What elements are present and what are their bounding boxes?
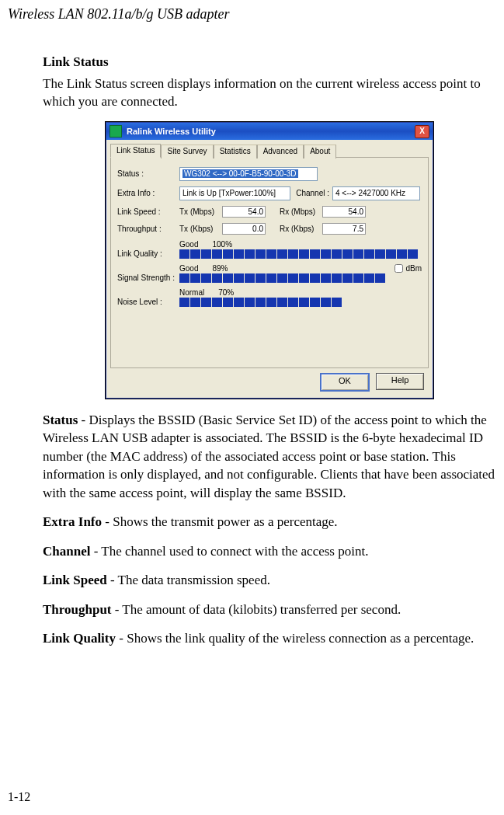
app-icon <box>109 125 122 138</box>
tx-mbps-value: 54.0 <box>222 206 266 218</box>
rx-kbps-value: 7.5 <box>322 223 366 235</box>
page-content: Link Status The Link Status screen displ… <box>43 54 496 658</box>
tx-mbps-label: Tx (Mbps) <box>179 207 222 216</box>
tab-site-survey[interactable]: Site Survey <box>161 145 213 158</box>
signal-strength-bar <box>179 273 418 283</box>
tx-kbps-label: Tx (Kbps) <box>179 225 222 233</box>
status-field[interactable]: WG302 <--> 00-0F-B5-90-00-3D <box>179 167 318 181</box>
page-number: 1-12 <box>8 790 30 804</box>
channel-field[interactable]: 4 <--> 2427000 KHz <box>332 186 420 200</box>
close-icon[interactable]: X <box>415 125 429 138</box>
extra-info-field[interactable]: Link is Up [TxPower:100%] <box>179 186 290 200</box>
page-header: Wireless LAN 802.11a/b/g USB adapter <box>8 6 230 23</box>
tx-kbps-value: 0.0 <box>222 223 266 235</box>
lq-pct: 100% <box>212 240 232 249</box>
link-status-panel: Status : WG302 <--> 00-0F-B5-90-00-3D Ex… <box>110 158 429 368</box>
window-body: Link Status Site Survey Statistics Advan… <box>106 140 433 398</box>
channel-label: Channel : <box>290 189 329 197</box>
tab-advanced[interactable]: Advanced <box>257 145 304 158</box>
def-status: Status - Displays the BSSID (Basic Servi… <box>43 411 496 502</box>
ss-pct: 89% <box>212 264 228 273</box>
status-label: Status : <box>117 169 179 178</box>
link-quality-bar <box>179 249 418 259</box>
tab-statistics[interactable]: Statistics <box>214 145 257 158</box>
button-row: OK Help <box>110 368 429 392</box>
def-link-speed: Link Speed - The data transmission speed… <box>43 571 496 589</box>
def-channel: Channel - The channel used to connect wi… <box>43 542 496 560</box>
extra-info-label: Extra Info : <box>117 189 179 197</box>
utility-window: Ralink Wireless Utility X Link Status Si… <box>106 122 433 399</box>
noise-level-bar <box>179 298 418 307</box>
section-title: Link Status <box>43 54 496 70</box>
def-throughput: Throughput - The amount of data (kilobit… <box>43 601 496 618</box>
help-button[interactable]: Help <box>376 373 424 390</box>
status-value: WG302 <--> 00-0F-B5-90-00-3D <box>182 169 298 178</box>
throughput-label: Throughput : <box>117 225 179 233</box>
rx-mbps-label: Rx (Mbps) <box>280 207 322 216</box>
noise-level-label: Noise Level : <box>117 298 179 306</box>
noise-pct: 70% <box>218 288 234 297</box>
window-title: Ralink Wireless Utility <box>127 127 216 136</box>
def-link-quality: Link Quality - Shows the link quality of… <box>43 629 496 647</box>
signal-strength-label: Signal Strength : <box>117 273 179 282</box>
intro-paragraph: The Link Status screen displays informat… <box>43 75 496 111</box>
dbm-checkbox[interactable] <box>395 264 403 273</box>
rx-mbps-value: 54.0 <box>322 206 366 218</box>
lq-status: Good <box>179 240 198 249</box>
tab-about[interactable]: About <box>304 145 336 158</box>
noise-status: Normal <box>179 288 204 297</box>
window-titlebar: Ralink Wireless Utility X <box>106 123 433 140</box>
ss-status: Good <box>179 264 198 273</box>
ok-button[interactable]: OK <box>320 373 370 392</box>
def-extra-info: Extra Info - Shows the transmit power as… <box>43 513 496 531</box>
link-quality-label: Link Quality : <box>117 249 179 258</box>
tab-bar: Link Status Site Survey Statistics Advan… <box>110 143 429 158</box>
rx-kbps-label: Rx (Kbps) <box>280 225 322 233</box>
dbm-label: dBm <box>405 264 422 273</box>
link-speed-label: Link Speed : <box>117 207 179 216</box>
tab-link-status[interactable]: Link Status <box>110 144 161 158</box>
